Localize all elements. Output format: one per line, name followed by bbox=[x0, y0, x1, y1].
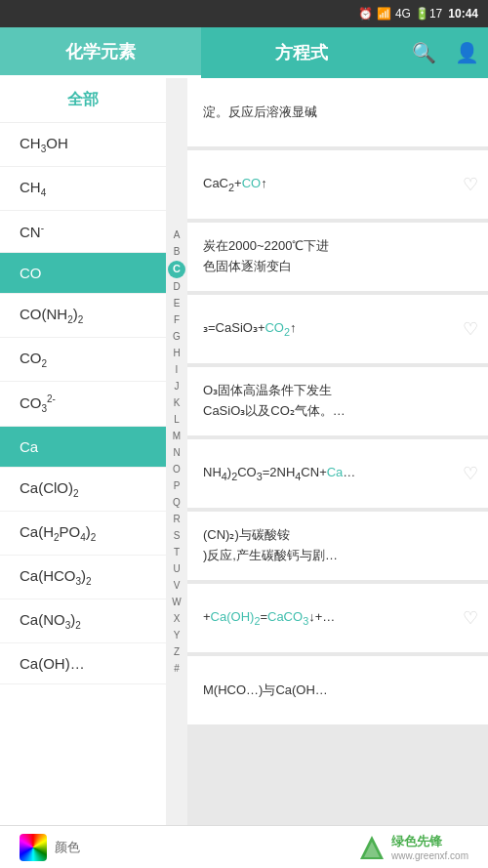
sidebar-item-co32[interactable]: CO32- bbox=[0, 382, 166, 427]
alpha-E[interactable]: E bbox=[171, 296, 183, 311]
heart-icon-2[interactable]: ♡ bbox=[463, 174, 478, 195]
alpha-D[interactable]: D bbox=[170, 279, 183, 295]
sidebar-item-conh2[interactable]: CO(NH2)2 bbox=[0, 294, 166, 338]
bottom-bar: 颜色 绿色先锋 www.greenxf.com bbox=[0, 825, 488, 868]
alpha-M[interactable]: M bbox=[170, 429, 183, 444]
heart-icon-6[interactable]: ♡ bbox=[463, 463, 478, 484]
alpha-B[interactable]: B bbox=[171, 244, 183, 260]
alpha-K[interactable]: K bbox=[171, 395, 183, 411]
logo-sub: www.greenxf.com bbox=[391, 850, 468, 861]
alpha-hash[interactable]: # bbox=[171, 661, 183, 677]
signal-icon: 4G bbox=[395, 7, 411, 21]
alpha-A[interactable]: A bbox=[171, 227, 183, 243]
alpha-index: A B C D E F G H I J K L M N O P Q R S T … bbox=[166, 78, 187, 825]
logo-text: 绿色先锋 bbox=[391, 833, 468, 850]
alpha-X[interactable]: X bbox=[171, 611, 183, 627]
sidebar-item-ch4[interactable]: CH4 bbox=[0, 167, 166, 211]
alpha-G[interactable]: G bbox=[170, 329, 183, 345]
sidebar-item-co2[interactable]: CO2 bbox=[0, 338, 166, 382]
alpha-I[interactable]: I bbox=[173, 362, 182, 378]
reaction-item-7: (CN)₂)与碳酸铵)反应,产生碳酸钙与剧… bbox=[187, 512, 488, 580]
logo-icon bbox=[358, 834, 386, 861]
sidebar-item-cahco3[interactable]: Ca(HCO3)2 bbox=[0, 556, 166, 599]
sidebar-item-caoh[interactable]: Ca(OH)… bbox=[0, 643, 166, 684]
clock-icon: ⏰ bbox=[358, 7, 373, 21]
tab-equations[interactable]: 方程式 bbox=[201, 27, 402, 78]
status-icons: ⏰ 📶 4G 🔋17 bbox=[358, 7, 442, 21]
alpha-O[interactable]: O bbox=[170, 462, 183, 477]
heart-icon-4[interactable]: ♡ bbox=[463, 318, 478, 340]
sidebar-item-cn[interactable]: CN- bbox=[0, 211, 166, 253]
reaction-text-2: CaC2+CO↑ bbox=[203, 174, 472, 196]
reaction-item-4: ₃=CaSiO₃+CO2↑ ♡ bbox=[187, 295, 488, 363]
reaction-item-1: 淀。反应后溶液显碱 bbox=[187, 78, 488, 146]
user-icon[interactable]: 👤 bbox=[445, 27, 488, 78]
bottom-logo: 绿色先锋 www.greenxf.com bbox=[358, 833, 468, 861]
reaction-text-5: O₃固体高温条件下发生CaSiO₃以及CO₂气体。… bbox=[203, 381, 472, 422]
alpha-Z[interactable]: Z bbox=[171, 644, 183, 660]
alpha-R[interactable]: R bbox=[170, 512, 183, 527]
alpha-N[interactable]: N bbox=[170, 445, 183, 461]
sidebar-header: 全部 bbox=[0, 78, 166, 123]
tab-elements[interactable]: 化学元素 bbox=[0, 27, 201, 78]
alpha-J[interactable]: J bbox=[172, 379, 183, 394]
time-display: 10:44 bbox=[448, 7, 478, 21]
reaction-text-9: M(HCO…)与Ca(OH… bbox=[203, 681, 472, 701]
color-palette[interactable] bbox=[20, 834, 47, 861]
alpha-Y[interactable]: Y bbox=[171, 628, 183, 643]
sidebar: 全部 CH3OH CH4 CN- CO CO(NH2)2 CO2 CO32- C… bbox=[0, 78, 166, 825]
alpha-S[interactable]: S bbox=[171, 528, 183, 544]
reaction-text-6: NH4)2CO3=2NH4CN+Ca… bbox=[203, 463, 472, 485]
sidebar-item-co[interactable]: CO bbox=[0, 253, 166, 294]
reaction-item-5: O₃固体高温条件下发生CaSiO₃以及CO₂气体。… bbox=[187, 367, 488, 435]
reaction-text-1: 淀。反应后溶液显碱 bbox=[203, 103, 472, 123]
top-nav: 化学元素 方程式 🔍 👤 bbox=[0, 27, 488, 78]
search-icon[interactable]: 🔍 bbox=[402, 27, 445, 78]
alpha-L[interactable]: L bbox=[171, 412, 183, 428]
sidebar-list: CH3OH CH4 CN- CO CO(NH2)2 CO2 CO32- Ca C… bbox=[0, 123, 166, 825]
reaction-text-7: (CN)₂)与碳酸铵)反应,产生碳酸钙与剧… bbox=[203, 525, 472, 566]
reaction-item-8: +Ca(OH)2=CaCO3↓+… ♡ bbox=[187, 584, 488, 652]
alpha-H[interactable]: H bbox=[170, 346, 183, 361]
alpha-Q[interactable]: Q bbox=[170, 495, 183, 511]
sidebar-item-cano3[interactable]: Ca(NO3)2 bbox=[0, 599, 166, 643]
heart-icon-8[interactable]: ♡ bbox=[463, 607, 478, 629]
alpha-F[interactable]: F bbox=[171, 312, 183, 328]
reaction-item-2: CaC2+CO↑ ♡ bbox=[187, 150, 488, 219]
right-content: 淀。反应后溶液显碱 CaC2+CO↑ ♡ 炭在2000~2200℃下进色固体逐渐… bbox=[187, 78, 488, 825]
wifi-icon: 📶 bbox=[377, 7, 391, 21]
alpha-T[interactable]: T bbox=[171, 545, 183, 560]
alpha-W[interactable]: W bbox=[169, 595, 183, 610]
reaction-item-6: NH4)2CO3=2NH4CN+Ca… ♡ bbox=[187, 439, 488, 508]
alpha-C[interactable]: C bbox=[168, 261, 185, 278]
reaction-text-8: +Ca(OH)2=CaCO3↓+… bbox=[203, 607, 472, 630]
sidebar-item-cah2po4[interactable]: Ca(H2PO4)2 bbox=[0, 512, 166, 556]
reaction-text-4: ₃=CaSiO₃+CO2↑ bbox=[203, 318, 472, 341]
reaction-text-3: 炭在2000~2200℃下进色固体逐渐变白 bbox=[203, 236, 472, 277]
status-bar: ⏰ 📶 4G 🔋17 10:44 bbox=[0, 0, 488, 27]
alpha-P[interactable]: P bbox=[171, 478, 183, 494]
reaction-item-3: 炭在2000~2200℃下进色固体逐渐变白 bbox=[187, 223, 488, 291]
main-content: 全部 CH3OH CH4 CN- CO CO(NH2)2 CO2 CO32- C… bbox=[0, 78, 488, 825]
reaction-item-9: M(HCO…)与Ca(OH… bbox=[187, 656, 488, 724]
alpha-U[interactable]: U bbox=[170, 561, 183, 577]
sidebar-item-ca[interactable]: Ca bbox=[0, 427, 166, 468]
palette-label: 颜色 bbox=[55, 839, 80, 856]
sidebar-item-ch3oh[interactable]: CH3OH bbox=[0, 123, 166, 167]
battery-icon: 🔋17 bbox=[415, 7, 442, 21]
bottom-left: 颜色 bbox=[20, 834, 80, 861]
alpha-V[interactable]: V bbox=[171, 578, 183, 594]
sidebar-item-caclo2[interactable]: Ca(ClO)2 bbox=[0, 468, 166, 512]
